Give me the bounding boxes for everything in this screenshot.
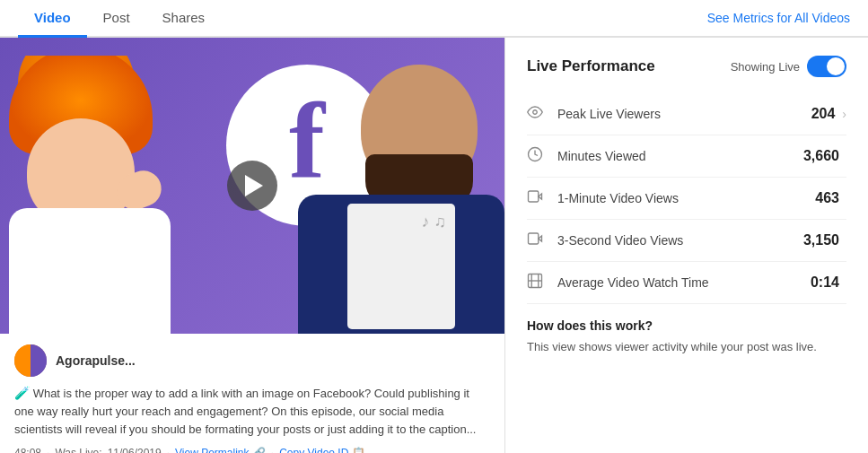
post-meta: 48:08 · Was Live: 11/06/2019 · View Perm… — [14, 447, 490, 453]
metric-value-peak: 204 — [811, 106, 836, 122]
showing-live: Showing Live — [731, 56, 846, 77]
video-icon-3sec — [527, 231, 547, 250]
post-author: Agorapulse... — [14, 344, 490, 377]
main-content: f ⛓ — [0, 38, 868, 453]
copy-video-id-link[interactable]: Copy Video ID 📋 — [279, 447, 365, 453]
metric-label-peak: Peak Live Viewers — [557, 107, 811, 121]
post-emoji: 🧪 — [14, 386, 30, 400]
avatar — [14, 344, 47, 377]
tab-shares[interactable]: Shares — [146, 0, 222, 38]
svg-rect-4 — [529, 233, 539, 244]
metric-label-minutes: Minutes Viewed — [557, 149, 803, 163]
metric-label-avg: Average Video Watch Time — [557, 275, 811, 290]
metrics-list: Peak Live Viewers 204 › Minutes Viewed 3… — [527, 93, 846, 304]
author-name: Agorapulse... — [56, 353, 136, 368]
clock-icon — [527, 146, 547, 166]
film-icon — [527, 273, 547, 292]
play-button[interactable] — [227, 161, 277, 211]
post-text: 🧪 What is the proper way to add a link w… — [14, 384, 490, 438]
person-right: ♪ ♫ — [298, 47, 504, 334]
metric-avg-watch-time: Average Video Watch Time 0:14 — [527, 262, 846, 304]
how-section: How does this work? This view shows view… — [527, 318, 846, 356]
post-body: What is the proper way to add a link wit… — [14, 387, 476, 436]
metric-label-3sec: 3-Second Video Views — [557, 233, 803, 248]
metric-peak-live-viewers: Peak Live Viewers 204 › — [527, 93, 846, 135]
video-thumbnail[interactable]: f ⛓ — [0, 38, 504, 334]
see-metrics-link[interactable]: See Metrics for All Videos — [707, 11, 850, 25]
showing-live-label: Showing Live — [731, 60, 800, 74]
svg-rect-2 — [529, 191, 539, 202]
metric-value-3sec: 3,150 — [803, 232, 839, 248]
person-left — [0, 56, 215, 334]
video-icon-1min — [527, 188, 547, 208]
live-performance-header: Live Performance Showing Live — [527, 56, 846, 77]
chevron-right-icon: › — [842, 107, 846, 121]
how-title: How does this work? — [527, 318, 846, 333]
eye-icon — [527, 104, 547, 124]
toggle-knob — [827, 57, 845, 75]
metric-label-1min: 1-Minute Video Views — [557, 191, 815, 205]
video-background: f ⛓ — [0, 38, 504, 334]
metric-1min-views: 1-Minute Video Views 463 — [527, 178, 846, 220]
post-info: Agorapulse... 🧪 What is the proper way t… — [0, 334, 504, 453]
play-icon — [245, 175, 263, 196]
video-duration: 48:08 — [14, 447, 41, 453]
was-live-label: Was Live: — [55, 447, 101, 453]
tab-video[interactable]: Video — [18, 0, 87, 38]
showing-live-toggle[interactable] — [807, 56, 846, 77]
tab-post[interactable]: Post — [87, 0, 146, 38]
tabs-bar: Video Post Shares See Metrics for All Vi… — [0, 0, 868, 38]
svg-point-0 — [533, 110, 538, 115]
metric-minutes-viewed: Minutes Viewed 3,660 — [527, 135, 846, 178]
live-performance-title: Live Performance — [527, 57, 655, 75]
metric-3sec-views: 3-Second Video Views 3,150 — [527, 220, 846, 262]
left-panel: f ⛓ — [0, 38, 505, 453]
metric-value-minutes: 3,660 — [803, 148, 839, 164]
how-text: This view shows viewer activity while yo… — [527, 338, 846, 356]
view-permalink-link[interactable]: View Permalink 🔗 — [175, 447, 266, 453]
right-panel: Live Performance Showing Live Peak Live … — [505, 38, 868, 453]
metric-value-avg: 0:14 — [811, 274, 839, 291]
metric-value-1min: 463 — [815, 190, 839, 206]
was-live-date: 11/06/2019 — [108, 447, 162, 453]
